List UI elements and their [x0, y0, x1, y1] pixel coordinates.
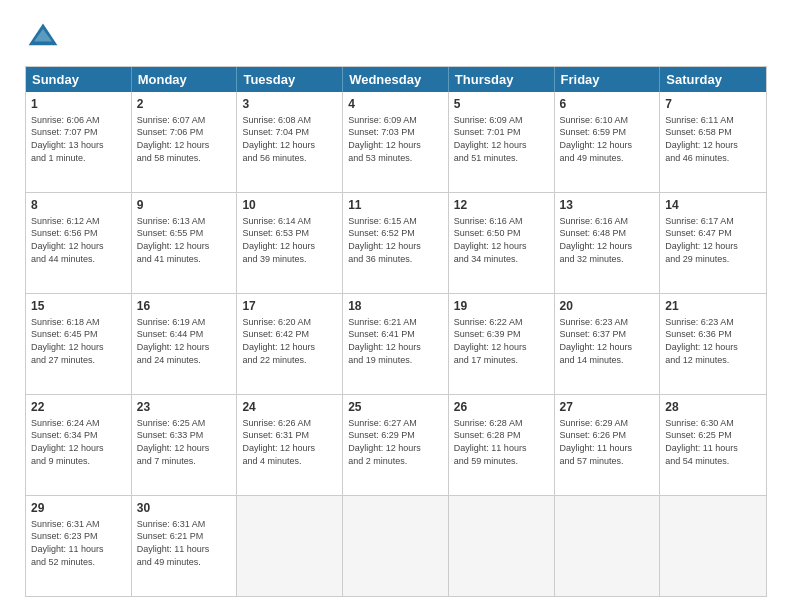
cell-line: Sunrise: 6:20 AM	[242, 316, 337, 329]
cell-line: and 52 minutes.	[31, 556, 126, 569]
day-number: 28	[665, 399, 761, 416]
day-cell-8: 8Sunrise: 6:12 AMSunset: 6:56 PMDaylight…	[26, 193, 132, 293]
cell-line: and 2 minutes.	[348, 455, 443, 468]
day-cell-2: 2Sunrise: 6:07 AMSunset: 7:06 PMDaylight…	[132, 92, 238, 192]
cell-line: Sunset: 6:52 PM	[348, 227, 443, 240]
calendar: SundayMondayTuesdayWednesdayThursdayFrid…	[25, 66, 767, 597]
cell-line: and 53 minutes.	[348, 152, 443, 165]
cell-line: Daylight: 11 hours	[31, 543, 126, 556]
cell-line: Daylight: 12 hours	[454, 240, 549, 253]
cell-line: Daylight: 12 hours	[242, 240, 337, 253]
day-cell-27: 27Sunrise: 6:29 AMSunset: 6:26 PMDayligh…	[555, 395, 661, 495]
cell-line: and 59 minutes.	[454, 455, 549, 468]
calendar-row-2: 15Sunrise: 6:18 AMSunset: 6:45 PMDayligh…	[26, 293, 766, 394]
day-cell-21: 21Sunrise: 6:23 AMSunset: 6:36 PMDayligh…	[660, 294, 766, 394]
cell-line: Daylight: 12 hours	[137, 240, 232, 253]
day-number: 4	[348, 96, 443, 113]
header-day-wednesday: Wednesday	[343, 67, 449, 92]
cell-line: and 22 minutes.	[242, 354, 337, 367]
day-number: 8	[31, 197, 126, 214]
day-number: 1	[31, 96, 126, 113]
cell-line: Daylight: 11 hours	[560, 442, 655, 455]
cell-line: Sunrise: 6:13 AM	[137, 215, 232, 228]
day-cell-26: 26Sunrise: 6:28 AMSunset: 6:28 PMDayligh…	[449, 395, 555, 495]
logo	[25, 20, 65, 56]
day-cell-20: 20Sunrise: 6:23 AMSunset: 6:37 PMDayligh…	[555, 294, 661, 394]
calendar-body: 1Sunrise: 6:06 AMSunset: 7:07 PMDaylight…	[26, 92, 766, 596]
cell-line: Daylight: 12 hours	[560, 341, 655, 354]
day-number: 16	[137, 298, 232, 315]
header-day-friday: Friday	[555, 67, 661, 92]
day-number: 13	[560, 197, 655, 214]
cell-line: Sunrise: 6:31 AM	[137, 518, 232, 531]
cell-line: Sunset: 7:06 PM	[137, 126, 232, 139]
cell-line: Sunset: 6:39 PM	[454, 328, 549, 341]
cell-line: and 44 minutes.	[31, 253, 126, 266]
cell-line: Sunset: 6:28 PM	[454, 429, 549, 442]
cell-line: Daylight: 12 hours	[242, 341, 337, 354]
empty-cell	[237, 496, 343, 596]
cell-line: Sunset: 6:48 PM	[560, 227, 655, 240]
day-number: 19	[454, 298, 549, 315]
day-number: 15	[31, 298, 126, 315]
cell-line: Daylight: 11 hours	[454, 442, 549, 455]
cell-line: Daylight: 12 hours	[31, 240, 126, 253]
header-day-tuesday: Tuesday	[237, 67, 343, 92]
cell-line: and 4 minutes.	[242, 455, 337, 468]
cell-line: and 34 minutes.	[454, 253, 549, 266]
empty-cell	[660, 496, 766, 596]
cell-line: Sunrise: 6:11 AM	[665, 114, 761, 127]
cell-line: Sunrise: 6:30 AM	[665, 417, 761, 430]
day-number: 12	[454, 197, 549, 214]
day-cell-9: 9Sunrise: 6:13 AMSunset: 6:55 PMDaylight…	[132, 193, 238, 293]
day-number: 23	[137, 399, 232, 416]
cell-line: Sunrise: 6:25 AM	[137, 417, 232, 430]
cell-line: Sunset: 7:04 PM	[242, 126, 337, 139]
cell-line: and 29 minutes.	[665, 253, 761, 266]
day-number: 29	[31, 500, 126, 517]
cell-line: Sunrise: 6:23 AM	[665, 316, 761, 329]
cell-line: Daylight: 12 hours	[348, 240, 443, 253]
empty-cell	[555, 496, 661, 596]
day-number: 14	[665, 197, 761, 214]
day-number: 7	[665, 96, 761, 113]
cell-line: Sunset: 7:01 PM	[454, 126, 549, 139]
calendar-row-3: 22Sunrise: 6:24 AMSunset: 6:34 PMDayligh…	[26, 394, 766, 495]
day-cell-4: 4Sunrise: 6:09 AMSunset: 7:03 PMDaylight…	[343, 92, 449, 192]
cell-line: Sunrise: 6:15 AM	[348, 215, 443, 228]
page: SundayMondayTuesdayWednesdayThursdayFrid…	[0, 0, 792, 612]
cell-line: Daylight: 12 hours	[31, 442, 126, 455]
cell-line: Daylight: 11 hours	[137, 543, 232, 556]
cell-line: Sunrise: 6:19 AM	[137, 316, 232, 329]
day-cell-23: 23Sunrise: 6:25 AMSunset: 6:33 PMDayligh…	[132, 395, 238, 495]
cell-line: Daylight: 12 hours	[560, 240, 655, 253]
day-cell-17: 17Sunrise: 6:20 AMSunset: 6:42 PMDayligh…	[237, 294, 343, 394]
header-day-sunday: Sunday	[26, 67, 132, 92]
cell-line: Sunrise: 6:18 AM	[31, 316, 126, 329]
cell-line: and 49 minutes.	[137, 556, 232, 569]
cell-line: and 36 minutes.	[348, 253, 443, 266]
day-number: 25	[348, 399, 443, 416]
day-number: 30	[137, 500, 232, 517]
cell-line: Sunset: 6:50 PM	[454, 227, 549, 240]
cell-line: Daylight: 12 hours	[137, 139, 232, 152]
calendar-row-4: 29Sunrise: 6:31 AMSunset: 6:23 PMDayligh…	[26, 495, 766, 596]
cell-line: and 41 minutes.	[137, 253, 232, 266]
cell-line: Daylight: 12 hours	[348, 139, 443, 152]
cell-line: Sunset: 6:34 PM	[31, 429, 126, 442]
calendar-header: SundayMondayTuesdayWednesdayThursdayFrid…	[26, 67, 766, 92]
cell-line: Sunrise: 6:27 AM	[348, 417, 443, 430]
day-cell-15: 15Sunrise: 6:18 AMSunset: 6:45 PMDayligh…	[26, 294, 132, 394]
day-cell-25: 25Sunrise: 6:27 AMSunset: 6:29 PMDayligh…	[343, 395, 449, 495]
cell-line: Sunrise: 6:06 AM	[31, 114, 126, 127]
empty-cell	[449, 496, 555, 596]
cell-line: Sunrise: 6:10 AM	[560, 114, 655, 127]
cell-line: Sunset: 6:29 PM	[348, 429, 443, 442]
cell-line: Sunrise: 6:16 AM	[454, 215, 549, 228]
day-number: 11	[348, 197, 443, 214]
day-cell-5: 5Sunrise: 6:09 AMSunset: 7:01 PMDaylight…	[449, 92, 555, 192]
cell-line: Sunrise: 6:09 AM	[454, 114, 549, 127]
cell-line: Sunset: 6:21 PM	[137, 530, 232, 543]
cell-line: Sunset: 6:23 PM	[31, 530, 126, 543]
cell-line: Daylight: 12 hours	[242, 139, 337, 152]
